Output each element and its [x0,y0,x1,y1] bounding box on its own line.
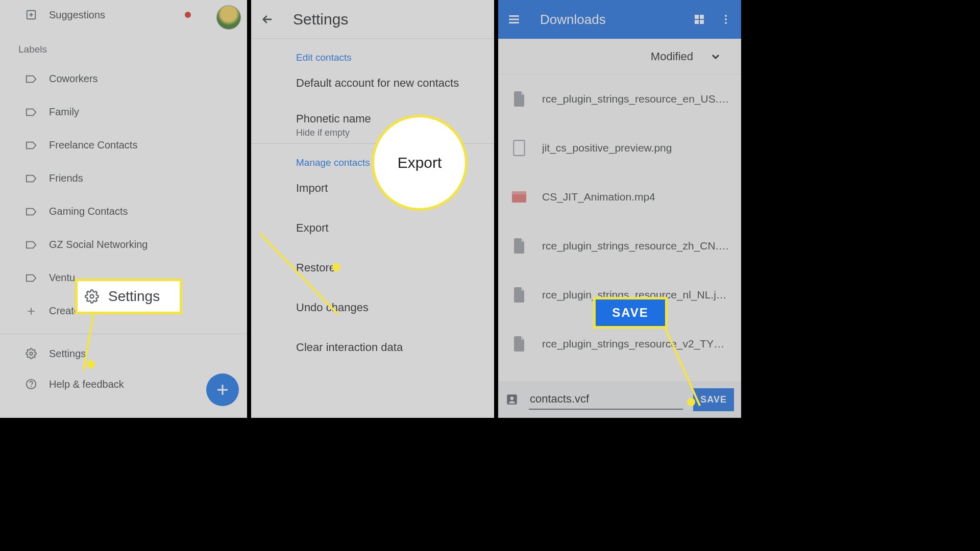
svg-point-1 [30,352,33,355]
svg-rect-13 [512,191,526,194]
save-button[interactable]: SAVE [693,388,734,411]
svg-point-9 [725,18,727,20]
svg-point-16 [90,295,94,298]
file-name: CS_JIT_Animation.mp4 [542,191,655,203]
gear-icon [85,289,99,304]
divider [0,334,247,334]
sidebar-item-label: Settings [49,348,86,360]
sidebar-item-label: Friends [49,172,83,184]
setting-restore[interactable]: Restore [251,248,494,288]
label-icon [26,272,37,284]
gear-icon [26,348,37,359]
file-icon [511,286,527,304]
svg-rect-7 [700,20,704,24]
setting-default-account[interactable]: Default account for new contacts [251,63,494,103]
file-row[interactable]: rce_plugin_strings_resource_zh_CN.j… [498,221,741,270]
callout-settings: Settings [75,279,182,314]
downloads-panel: Downloads Modified rce_plugin_strings_re… [498,0,741,418]
chevron-down-icon [709,51,722,63]
section-edit-contacts: Edit contacts [251,39,494,63]
sidebar-label-item[interactable]: Family [0,95,247,129]
label-icon [26,173,37,184]
svg-point-10 [725,22,727,24]
sidebar-item-label: Ventu [49,272,75,284]
sidebar-item-settings[interactable]: Settings [0,338,247,369]
svg-rect-11 [513,140,524,156]
downloads-appbar: Downloads [498,0,741,39]
sidebar-item-label: Family [49,106,79,118]
filename-input[interactable] [529,389,683,410]
callout-label: SAVE [612,306,649,320]
sort-dropdown[interactable]: Modified [498,39,741,74]
callout-anchor-dot [687,398,695,406]
more-icon[interactable] [720,13,732,26]
contacts-sidebar-panel: Suggestions Labels CoworkersFamilyFreela… [0,0,247,418]
file-name: jit_cs_positive_preview.png [542,142,672,154]
setting-clear-interaction-data[interactable]: Clear interaction data [251,328,494,367]
svg-rect-5 [700,15,704,19]
svg-point-8 [725,15,727,17]
sidebar-label-item[interactable]: Freelance Contacts [0,129,247,162]
plus-icon [26,306,37,317]
file-icon [511,139,527,157]
sidebar-item-label: GZ Social Networking [49,239,148,251]
sort-label: Modified [651,50,693,63]
sidebar-item-label: Coworkers [49,73,98,85]
sidebar-item-label: Freelance Contacts [49,139,137,151]
callout-label: Export [398,154,442,171]
file-icon [511,90,527,108]
file-name: rce_plugin_strings_resource_en_US.j… [542,93,731,105]
labels-heading: Labels [0,30,247,62]
label-icon [26,140,37,151]
callout-label: Settings [108,288,160,305]
file-icon [511,188,527,206]
setting-undo-changes[interactable]: Undo changes [251,288,494,328]
file-name: rce_plugin_strings_resource_zh_CN.j… [542,240,731,252]
file-row[interactable]: jit_cs_positive_preview.png [498,123,741,172]
callout-export: Export [372,115,468,211]
label-icon [26,107,37,118]
callout-anchor-dot [87,360,95,368]
menu-icon[interactable] [507,13,521,26]
back-icon[interactable] [260,12,275,27]
settings-header: Settings [251,0,494,39]
label-icon [26,206,37,217]
grid-view-icon[interactable] [693,13,705,26]
settings-panel: Settings Edit contacts Default account f… [251,0,494,418]
suggestions-icon [26,9,37,20]
sidebar-item-suggestions[interactable]: Suggestions [0,0,247,30]
file-row[interactable]: rce_plugin_strings_resource_en_US.j… [498,74,741,123]
sidebar-label-item[interactable]: GZ Social Networking [0,228,247,261]
sidebar-label-item[interactable]: Gaming Contacts [0,195,247,228]
setting-label: Phonetic name [296,112,371,125]
notification-dot-icon [185,12,191,18]
sidebar-label-item[interactable]: Coworkers [0,62,247,95]
file-icon [511,335,527,353]
fab-add-contact[interactable] [206,373,239,406]
sidebar-item-label: Gaming Contacts [49,206,128,217]
file-row[interactable]: CS_JIT_Animation.mp4 [498,172,741,221]
svg-rect-6 [695,20,699,24]
contact-icon [505,393,519,406]
setting-export[interactable]: Export [251,208,494,248]
svg-point-3 [31,386,32,387]
callout-anchor-dot [332,263,340,271]
settings-title: Settings [293,11,348,28]
callout-save: SAVE [593,297,668,329]
save-bar: SAVE [498,381,741,418]
sidebar-label-item[interactable]: Friends [0,162,247,195]
sidebar-item-label: Suggestions [49,9,105,21]
svg-rect-4 [695,15,699,19]
downloads-title: Downloads [540,12,679,28]
avatar[interactable] [216,5,241,30]
label-icon [26,73,37,85]
help-icon [26,379,37,390]
label-icon [26,239,37,251]
file-icon [511,237,527,255]
file-name: rce_plugin_strings_resource_v2_TYP… [542,338,731,350]
sidebar-item-label: Help & feedback [49,379,124,390]
svg-point-15 [510,397,514,400]
